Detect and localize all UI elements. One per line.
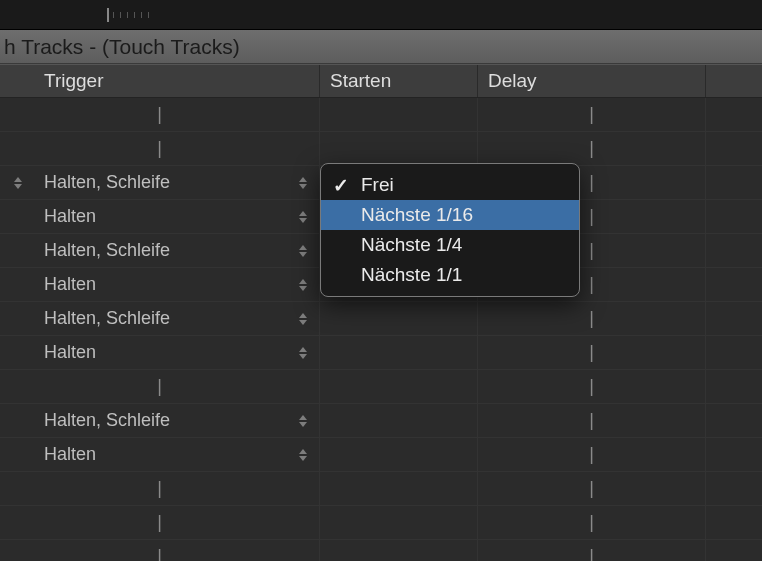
trigger-cell: |	[0, 370, 320, 403]
dropdown-item[interactable]: Nächste 1/16	[321, 200, 579, 230]
table-row: Halten|	[0, 438, 762, 472]
starten-cell	[320, 132, 478, 165]
starten-cell[interactable]	[320, 404, 478, 437]
delay-cell: |	[478, 472, 706, 505]
starten-cell	[320, 98, 478, 131]
starten-cell[interactable]	[320, 336, 478, 369]
trigger-value: Halten	[44, 444, 96, 465]
starten-dropdown-menu[interactable]: ✓FreiNächste 1/16Nächste 1/4Nächste 1/1	[320, 163, 580, 297]
trigger-value: Halten, Schleife	[44, 410, 170, 431]
trigger-cell[interactable]: Halten	[0, 268, 320, 301]
starten-cell	[320, 472, 478, 505]
delay-cell[interactable]: |	[478, 438, 706, 471]
empty-marker: |	[589, 376, 594, 397]
empty-marker: |	[589, 172, 594, 193]
window-title: h Tracks - (Touch Tracks)	[0, 30, 762, 64]
table-row: ||	[0, 132, 762, 166]
delay-cell: |	[478, 540, 706, 561]
stepper-icon[interactable]	[299, 208, 311, 226]
table-row: ||	[0, 370, 762, 404]
starten-cell[interactable]	[320, 438, 478, 471]
delay-cell: |	[478, 132, 706, 165]
stepper-icon[interactable]	[14, 174, 26, 192]
trigger-cell[interactable]: Halten, Schleife	[0, 166, 320, 199]
trigger-cell[interactable]: Halten	[0, 438, 320, 471]
column-header-starten[interactable]: Starten	[320, 65, 478, 97]
table-row: ||	[0, 98, 762, 132]
starten-cell	[320, 540, 478, 561]
delay-cell: |	[478, 370, 706, 403]
trigger-cell[interactable]: Halten	[0, 200, 320, 233]
empty-marker: |	[589, 444, 594, 465]
starten-cell	[320, 506, 478, 539]
empty-marker: |	[589, 206, 594, 227]
table-row: Halten|	[0, 336, 762, 370]
delay-cell[interactable]: |	[478, 404, 706, 437]
stepper-icon[interactable]	[299, 174, 311, 192]
empty-marker: |	[157, 376, 162, 397]
dropdown-item[interactable]: Nächste 1/1	[321, 260, 579, 290]
table-row: ||	[0, 540, 762, 561]
trigger-cell[interactable]: Halten, Schleife	[0, 234, 320, 267]
starten-cell	[320, 370, 478, 403]
trigger-value: Halten, Schleife	[44, 240, 170, 261]
column-header-row: Trigger Starten Delay	[0, 64, 762, 98]
empty-marker: |	[589, 308, 594, 329]
trigger-cell[interactable]: Halten, Schleife	[0, 404, 320, 437]
empty-marker: |	[589, 104, 594, 125]
table-row: ||	[0, 472, 762, 506]
trigger-value: Halten, Schleife	[44, 172, 170, 193]
table-row: ||	[0, 506, 762, 540]
stepper-icon[interactable]	[299, 242, 311, 260]
empty-marker: |	[157, 478, 162, 499]
empty-marker: |	[589, 138, 594, 159]
stepper-icon[interactable]	[299, 344, 311, 362]
delay-cell[interactable]: |	[478, 336, 706, 369]
empty-marker: |	[589, 240, 594, 261]
table-row: Halten, Schleife|	[0, 404, 762, 438]
trigger-value: Halten	[44, 274, 96, 295]
trigger-cell: |	[0, 98, 320, 131]
empty-marker: |	[589, 512, 594, 533]
starten-cell[interactable]	[320, 302, 478, 335]
empty-marker: |	[589, 274, 594, 295]
dropdown-item-label: Nächste 1/4	[361, 234, 462, 256]
stepper-icon[interactable]	[299, 310, 311, 328]
empty-marker: |	[157, 138, 162, 159]
stepper-icon[interactable]	[299, 276, 311, 294]
trigger-value: Halten	[44, 206, 96, 227]
dropdown-item-label: Nächste 1/1	[361, 264, 462, 286]
check-icon: ✓	[333, 174, 349, 197]
stepper-icon[interactable]	[299, 446, 311, 464]
dropdown-item-label: Nächste 1/16	[361, 204, 473, 226]
trigger-value: Halten	[44, 342, 96, 363]
trigger-cell: |	[0, 472, 320, 505]
empty-marker: |	[589, 342, 594, 363]
trigger-cell: |	[0, 506, 320, 539]
dropdown-item[interactable]: Nächste 1/4	[321, 230, 579, 260]
empty-marker: |	[157, 512, 162, 533]
trigger-cell: |	[0, 540, 320, 561]
table-body: ||||Halten, Schleife|Halten|Halten, Schl…	[0, 98, 762, 561]
dropdown-item-label: Frei	[361, 174, 394, 196]
empty-marker: |	[157, 104, 162, 125]
stepper-icon[interactable]	[299, 412, 311, 430]
empty-marker: |	[589, 546, 594, 561]
empty-marker: |	[589, 478, 594, 499]
ruler	[0, 0, 762, 30]
empty-marker: |	[157, 546, 162, 561]
delay-cell: |	[478, 506, 706, 539]
trigger-cell[interactable]: Halten	[0, 336, 320, 369]
delay-cell: |	[478, 98, 706, 131]
trigger-cell[interactable]: Halten, Schleife	[0, 302, 320, 335]
trigger-value: Halten, Schleife	[44, 308, 170, 329]
dropdown-item[interactable]: ✓Frei	[321, 170, 579, 200]
column-header-delay[interactable]: Delay	[478, 65, 706, 97]
empty-marker: |	[589, 410, 594, 431]
trigger-cell: |	[0, 132, 320, 165]
table-row: Halten, Schleife|	[0, 302, 762, 336]
delay-cell[interactable]: |	[478, 302, 706, 335]
column-header-trigger[interactable]: Trigger	[0, 65, 320, 97]
